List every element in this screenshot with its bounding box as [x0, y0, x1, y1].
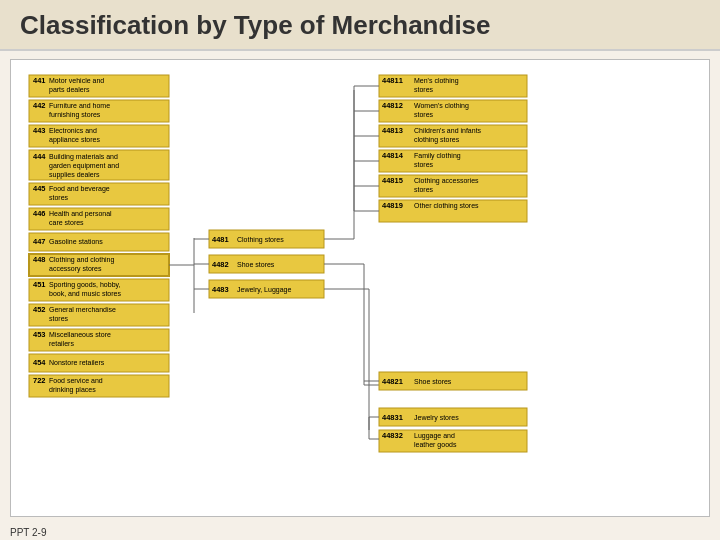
label-44819: Other clothing stores	[414, 202, 479, 210]
code-44813: 44813	[382, 126, 403, 135]
code-44819: 44819	[382, 201, 403, 210]
svg-text:Building materials and: Building materials and	[49, 153, 118, 161]
svg-text:drinking places: drinking places	[49, 386, 96, 394]
footer-text: PPT 2-9	[10, 527, 47, 538]
label-4483: Jewelry, Luggage	[237, 286, 291, 294]
code-454: 454	[33, 358, 46, 367]
svg-text:Miscellaneous store: Miscellaneous store	[49, 331, 111, 338]
label-44812: Women's clothing	[414, 102, 469, 110]
svg-text:Furniture and home: Furniture and home	[49, 102, 110, 109]
code-722: 722	[33, 376, 46, 385]
code-453: 453	[33, 330, 46, 339]
svg-text:furnishing stores: furnishing stores	[49, 111, 101, 119]
svg-text:stores: stores	[414, 186, 434, 193]
svg-text:parts dealers: parts dealers	[49, 86, 90, 94]
code-441: 441	[33, 76, 46, 85]
svg-text:retailers: retailers	[49, 340, 74, 347]
code-44831: 44831	[382, 413, 403, 422]
code-44815: 44815	[382, 176, 403, 185]
svg-text:Gasoline stations: Gasoline stations	[49, 238, 103, 245]
page-title: Classification by Type of Merchandise	[20, 10, 700, 41]
code-444: 444	[33, 152, 46, 161]
svg-text:Health and personal: Health and personal	[49, 210, 112, 218]
label-44832: Luggage and	[414, 432, 455, 440]
code-451: 451	[33, 280, 46, 289]
label-44831: Jewelry stores	[414, 414, 459, 422]
svg-text:stores: stores	[414, 161, 434, 168]
svg-text:Food service and: Food service and	[49, 377, 103, 384]
svg-text:General merchandise: General merchandise	[49, 306, 116, 313]
svg-text:stores: stores	[49, 315, 69, 322]
label-4481: Clothing stores	[237, 236, 284, 244]
code-4483: 4483	[212, 285, 229, 294]
label-44814: Family clothing	[414, 152, 461, 160]
code-44821: 44821	[382, 377, 403, 386]
svg-text:clothing stores: clothing stores	[414, 136, 460, 144]
code-44832: 44832	[382, 431, 403, 440]
footer: PPT 2-9	[0, 525, 720, 540]
svg-text:care stores: care stores	[49, 219, 84, 226]
code-452: 452	[33, 305, 46, 314]
svg-text:Clothing and clothing: Clothing and clothing	[49, 256, 114, 264]
svg-text:appliance stores: appliance stores	[49, 136, 100, 144]
code-44811: 44811	[382, 76, 403, 85]
code-4481: 4481	[212, 235, 229, 244]
svg-text:accessory stores: accessory stores	[49, 265, 102, 273]
svg-text:stores: stores	[414, 111, 434, 118]
svg-text:Nonstore retailers: Nonstore retailers	[49, 359, 105, 366]
code-446: 446	[33, 209, 46, 218]
svg-text:garden equipment and: garden equipment and	[49, 162, 119, 170]
label-44811: Men's clothing	[414, 77, 459, 85]
svg-text:Electronics and: Electronics and	[49, 127, 97, 134]
code-4482: 4482	[212, 260, 229, 269]
label-44821: Shoe stores	[414, 378, 452, 385]
svg-text:supplies dealers: supplies dealers	[49, 171, 100, 179]
diagram-svg: 441 Motor vehicle and parts dealers 442 …	[19, 70, 699, 500]
label-44813: Children's and infants	[414, 127, 482, 134]
code-447: 447	[33, 237, 46, 246]
label-44815: Clothing accessories	[414, 177, 479, 185]
label-441: Motor vehicle and	[49, 77, 104, 84]
svg-text:book, and music stores: book, and music stores	[49, 290, 121, 297]
svg-text:Sporting goods, hobby,: Sporting goods, hobby,	[49, 281, 121, 289]
title-bar: Classification by Type of Merchandise	[0, 0, 720, 51]
svg-text:stores: stores	[49, 194, 69, 201]
content-area: 441 Motor vehicle and parts dealers 442 …	[10, 59, 710, 517]
svg-text:stores: stores	[414, 86, 434, 93]
code-442: 442	[33, 101, 46, 110]
code-443: 443	[33, 126, 46, 135]
code-448: 448	[33, 255, 46, 264]
svg-text:leather goods: leather goods	[414, 441, 457, 449]
code-44812: 44812	[382, 101, 403, 110]
label-4482: Shoe stores	[237, 261, 275, 268]
code-445: 445	[33, 184, 46, 193]
svg-text:Food and beverage: Food and beverage	[49, 185, 110, 193]
page: Classification by Type of Merchandise 44…	[0, 0, 720, 540]
code-44814: 44814	[382, 151, 404, 160]
